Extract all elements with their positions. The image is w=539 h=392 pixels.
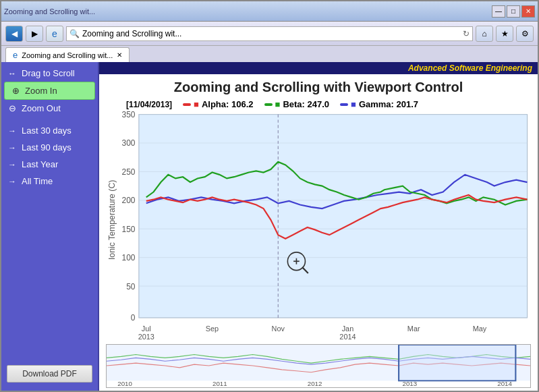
- brand-label: Advanced Software Engineering: [408, 63, 532, 73]
- svg-text:Sep: Sep: [206, 325, 219, 333]
- svg-text:Nov: Nov: [272, 325, 285, 333]
- mini-chart-wrapper[interactable]: 2010 2011 2012 2013 2014: [106, 344, 531, 388]
- legend-beta: ■ Beta: 247.0: [264, 99, 330, 109]
- sidebar-item-zoom-in[interactable]: ⊕ Zoom In: [4, 82, 95, 100]
- svg-text:2013: 2013: [138, 333, 154, 341]
- svg-text:Jul: Jul: [142, 325, 151, 333]
- svg-text:May: May: [473, 325, 487, 333]
- tab-icon: e: [13, 50, 18, 60]
- arrow-icon-all: →: [7, 177, 18, 186]
- arrow-icon-90: →: [7, 143, 18, 152]
- svg-text:0: 0: [131, 313, 136, 323]
- title-bar: Zooming and Scrolling wit... — □ ✕: [1, 1, 538, 22]
- refresh-icon: ↻: [463, 29, 470, 38]
- chart-area: Advanced Software Engineering Zooming an…: [99, 62, 538, 391]
- svg-text:2013: 2013: [403, 381, 418, 387]
- tab-close-button[interactable]: ✕: [117, 51, 122, 59]
- browser-tab[interactable]: e Zooming and Scrolling wit... ✕: [5, 47, 130, 62]
- mini-chart-svg[interactable]: 2010 2011 2012 2013 2014: [107, 345, 530, 387]
- svg-text:350: 350: [122, 111, 136, 119]
- sidebar: ↔ Drag to Scroll ⊕ Zoom In ⊖ Zoom Out → …: [1, 62, 99, 391]
- svg-text:200: 200: [122, 196, 136, 205]
- svg-text:Mar: Mar: [407, 325, 420, 333]
- beta-color-swatch: [264, 103, 273, 106]
- back-button[interactable]: ◀: [5, 26, 23, 42]
- gamma-text: Gamma: 201.7: [359, 99, 418, 109]
- svg-text:100: 100: [122, 253, 136, 262]
- alpha-text: Alpha: 106.2: [202, 99, 254, 109]
- tab-label: Zooming and Scrolling wit...: [22, 51, 113, 59]
- brand-bar: Advanced Software Engineering: [99, 62, 538, 74]
- close-button[interactable]: ✕: [521, 5, 535, 18]
- sidebar-item-drag-to-scroll[interactable]: ↔ Drag to Scroll: [1, 65, 98, 82]
- maximize-button[interactable]: □: [507, 5, 520, 18]
- svg-text:2014: 2014: [339, 333, 356, 341]
- sidebar-label-zoom-out: Zoom Out: [22, 103, 61, 113]
- svg-text:2014: 2014: [497, 381, 512, 387]
- favorites-button[interactable]: ★: [496, 26, 513, 42]
- address-bar[interactable]: 🔍 ↻: [66, 26, 473, 41]
- svg-text:2012: 2012: [308, 381, 322, 387]
- svg-text:Ionic Temperature (C): Ionic Temperature (C): [107, 180, 117, 260]
- chart-container: Zooming and Scrolling with Viewport Cont…: [99, 74, 538, 391]
- settings-button[interactable]: ⚙: [516, 26, 534, 42]
- drag-scroll-icon: ↔: [7, 69, 18, 78]
- chart-title: Zooming and Scrolling with Viewport Cont…: [99, 80, 538, 95]
- sidebar-item-last-year[interactable]: → Last Year: [1, 156, 98, 173]
- gamma-color-swatch: [340, 103, 348, 106]
- content-area: ↔ Drag to Scroll ⊕ Zoom In ⊖ Zoom Out → …: [1, 62, 538, 391]
- alpha-label: ■: [194, 99, 199, 109]
- zoom-out-icon: ⊖: [7, 103, 18, 113]
- svg-rect-32: [399, 345, 515, 381]
- svg-text:250: 250: [122, 167, 136, 177]
- home-button[interactable]: ⌂: [476, 26, 493, 42]
- svg-text:2011: 2011: [212, 381, 227, 387]
- download-pdf-button[interactable]: Download PDF: [7, 365, 92, 383]
- svg-text:150: 150: [122, 225, 136, 234]
- forward-button[interactable]: ▶: [26, 26, 43, 42]
- svg-text:50: 50: [126, 281, 136, 291]
- beta-text: Beta: 247.0: [283, 99, 329, 109]
- search-icon: 🔍: [69, 29, 80, 38]
- sidebar-item-zoom-out[interactable]: ⊖ Zoom Out: [1, 100, 98, 117]
- arrow-icon-year: →: [7, 160, 18, 169]
- sidebar-label-drag-to-scroll: Drag to Scroll: [22, 68, 75, 78]
- beta-label: ■: [275, 99, 281, 109]
- sidebar-item-all-time[interactable]: → All Time: [1, 173, 98, 190]
- main-chart-svg[interactable]: 350 300 250 200 150 100 50 0 Ionic Tempe…: [106, 111, 531, 344]
- svg-text:300: 300: [122, 138, 136, 148]
- legend-gamma: ■ Gamma: 201.7: [340, 99, 418, 109]
- chart-date-label: [11/04/2013]: [126, 100, 172, 109]
- sidebar-label-last-90: Last 90 days: [22, 142, 72, 152]
- sidebar-label-zoom-in: Zoom In: [25, 86, 57, 96]
- tab-bar: e Zooming and Scrolling wit... ✕: [1, 46, 538, 62]
- svg-rect-0: [139, 115, 528, 318]
- address-input[interactable]: [82, 29, 460, 38]
- sidebar-label-last-30: Last 30 days: [22, 125, 72, 136]
- ie-icon: e: [46, 26, 63, 42]
- window-title: Zooming and Scrolling wit...: [4, 7, 95, 16]
- svg-text:2010: 2010: [117, 381, 132, 387]
- chart-legend: [11/04/2013] ■ Alpha: 106.2 ■ Beta: 247.…: [99, 98, 538, 111]
- sidebar-item-last-90[interactable]: → Last 90 days: [1, 139, 98, 156]
- sidebar-label-last-year: Last Year: [22, 159, 58, 169]
- gamma-label: ■: [351, 99, 356, 109]
- window-frame: Zooming and Scrolling wit... — □ ✕ ◀ ▶ e…: [0, 0, 539, 392]
- zoom-in-icon: ⊕: [10, 86, 21, 96]
- title-bar-buttons: — □ ✕: [492, 5, 535, 18]
- sidebar-label-all-time: All Time: [22, 176, 53, 186]
- svg-text:Jan: Jan: [342, 325, 354, 333]
- minimize-button[interactable]: —: [492, 5, 505, 18]
- alpha-color-swatch: [183, 103, 191, 106]
- arrow-icon-30: →: [7, 126, 18, 136]
- legend-alpha: ■ Alpha: 106.2: [183, 99, 253, 109]
- nav-bar: ◀ ▶ e 🔍 ↻ ⌂ ★ ⚙: [1, 22, 538, 46]
- main-chart-wrapper[interactable]: 350 300 250 200 150 100 50 0 Ionic Tempe…: [106, 111, 531, 344]
- sidebar-item-last-30[interactable]: → Last 30 days: [1, 122, 98, 139]
